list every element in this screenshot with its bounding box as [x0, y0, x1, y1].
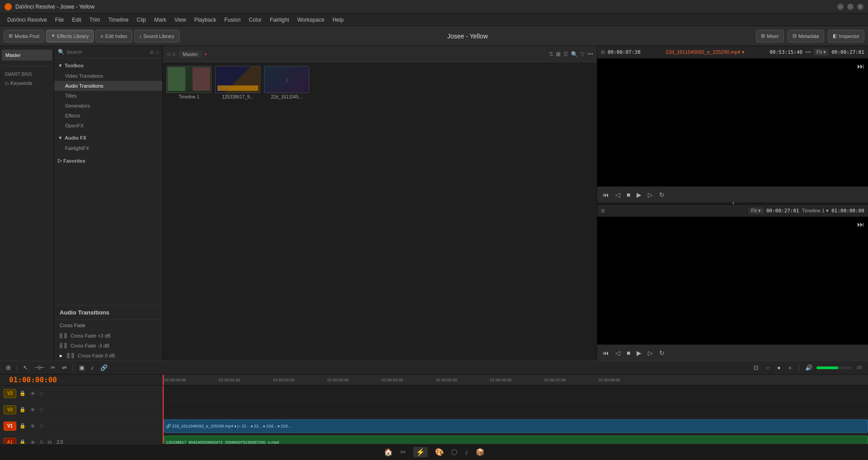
search-icon-pool[interactable]: 🔍: [571, 51, 578, 57]
trim-tool[interactable]: ⊣⊢: [32, 363, 47, 372]
skip-end-btn[interactable]: ⏭: [857, 62, 864, 70]
stop-btn[interactable]: ■: [625, 190, 632, 199]
skip-start-btn[interactable]: ⏮: [601, 190, 611, 199]
menu-fusion[interactable]: Fusion: [221, 15, 244, 24]
menu-davinci[interactable]: DaVinci Resolve: [4, 15, 51, 24]
cut-tool[interactable]: ✂: [48, 363, 58, 372]
dock-icon-5[interactable]: ⬡: [451, 448, 458, 456]
track-lock-v2[interactable]: 🔒: [18, 406, 27, 413]
menu-file[interactable]: File: [52, 15, 67, 24]
effects-item[interactable]: Effects: [54, 111, 162, 121]
sound-library-button[interactable]: ♪ Sound Library: [134, 30, 179, 42]
zoom-fit-btn[interactable]: ⊡: [751, 363, 761, 372]
list-view-icon[interactable]: ☰: [563, 51, 568, 57]
at-crossfade-minus3[interactable]: Cross Fade -3 dB: [54, 341, 162, 351]
toolbox-header[interactable]: ▼ Toolbox: [54, 60, 162, 71]
track-label-v1[interactable]: V1: [4, 422, 16, 431]
zoom-in-btn[interactable]: ＋: [785, 363, 795, 373]
effects-library-button[interactable]: ✦ Effects Library: [46, 30, 94, 42]
dock-icon-2[interactable]: ✂: [400, 448, 406, 456]
menu-help[interactable]: Help: [329, 15, 347, 24]
track-view-v2[interactable]: 👁: [29, 407, 37, 413]
video-transitions-item[interactable]: Video Transitions: [54, 71, 162, 81]
audio-transitions-item[interactable]: Audio Transitions: [54, 81, 162, 91]
dock-icon-7[interactable]: 📦: [476, 448, 485, 456]
menu-view[interactable]: View: [171, 15, 190, 24]
at-crossfade-plus3[interactable]: Cross Fade +3 dB: [54, 331, 162, 341]
program-mode-icon[interactable]: ⊞: [601, 208, 605, 214]
menu-playback[interactable]: Playback: [190, 15, 220, 24]
track-lock-v3[interactable]: 🔒: [18, 390, 27, 397]
monitor-mode-icon[interactable]: ⊞: [601, 49, 605, 55]
menu-fairlight[interactable]: Fairlight: [266, 15, 293, 24]
volume-slider[interactable]: [816, 366, 853, 369]
dock-icon-6[interactable]: ♪: [465, 448, 468, 456]
dock-icon-1[interactable]: 🏠: [384, 448, 393, 456]
audio-icon[interactable]: 🔊: [803, 363, 815, 372]
sidebar-keywords[interactable]: ▷ Keywords: [2, 79, 52, 88]
close-button[interactable]: ✕: [857, 4, 863, 10]
menu-trim[interactable]: Trim: [86, 15, 104, 24]
search-input[interactable]: [66, 49, 148, 55]
list-item[interactable]: 125338617_9...: [215, 66, 260, 99]
video-only-btn[interactable]: ▣: [77, 363, 87, 372]
record-icon[interactable]: ●: [204, 52, 207, 56]
sort-icon[interactable]: ⇅: [549, 51, 553, 57]
more-options[interactable]: •••: [805, 49, 811, 56]
more-icon[interactable]: •••: [587, 51, 593, 57]
play-btn[interactable]: ▶: [635, 190, 643, 199]
menu-mark[interactable]: Mark: [151, 15, 170, 24]
fit-dropdown-2[interactable]: Fit ▾: [749, 207, 764, 214]
timeline-selector[interactable]: Timeline 1 ▾: [802, 208, 829, 214]
maximize-button[interactable]: □: [847, 4, 854, 10]
master-dropdown[interactable]: Master: [179, 51, 202, 58]
media-pool-button[interactable]: ⊞ Media Pool: [4, 30, 44, 42]
grid-view-icon[interactable]: ⊞: [556, 51, 561, 57]
video-clip-v1[interactable]: 🔗 22d_1611045092_e_225290.mp4 ♦ ▷ 22... …: [164, 419, 868, 433]
timeline-tool-1[interactable]: ⊞: [4, 363, 13, 372]
menu-clip[interactable]: Clip: [133, 15, 150, 24]
loop-btn[interactable]: ↻: [657, 190, 666, 199]
select-tool[interactable]: ↖: [21, 363, 30, 372]
menu-color[interactable]: Color: [245, 15, 265, 24]
track-collapse-v3[interactable]: □: [38, 390, 44, 397]
dock-icon-3[interactable]: ⚡: [413, 447, 428, 457]
link-btn[interactable]: 🔗: [98, 363, 110, 372]
track-collapse-v2[interactable]: □: [38, 407, 44, 413]
fairlightfx-item[interactable]: FairlightFX: [54, 143, 162, 153]
track-collapse-v1[interactable]: □: [38, 423, 44, 429]
mixer-button[interactable]: ⊞ Mixer: [756, 30, 784, 42]
slip-tool[interactable]: ⇌: [60, 363, 69, 372]
dock-icon-4[interactable]: 🎨: [435, 448, 444, 456]
list-item[interactable]: Timeline 1: [166, 66, 212, 99]
metadata-button[interactable]: ⊟ Metadata: [788, 30, 824, 42]
prog-loop-btn[interactable]: ↻: [657, 348, 666, 357]
generators-item[interactable]: Generators: [54, 101, 162, 111]
edit-index-button[interactable]: ≡ Edit Index: [95, 30, 132, 42]
timeline-ruler[interactable]: 01:00:00:00 01:00:01:00 01:00:02:00 01:0…: [163, 375, 868, 385]
track-view-v1[interactable]: 👁: [29, 423, 37, 429]
fit-dropdown[interactable]: Fit ▾: [814, 49, 829, 56]
sidebar-master[interactable]: Master: [2, 50, 52, 61]
audio-only-btn[interactable]: ♪: [89, 363, 96, 372]
zoom-slider[interactable]: ●: [775, 363, 783, 372]
favorites-header[interactable]: ▷ Favorites: [54, 155, 162, 166]
prog-prev-frame-btn[interactable]: ◁: [613, 348, 622, 357]
track-view-v3[interactable]: 👁: [29, 390, 37, 397]
zoom-out-btn[interactable]: －: [763, 363, 773, 373]
prog-play-btn[interactable]: ▶: [635, 348, 643, 357]
back-icon[interactable]: ◁: [166, 51, 170, 57]
minimize-button[interactable]: —: [837, 4, 844, 10]
menu-workspace[interactable]: Workspace: [294, 15, 328, 24]
menu-timeline[interactable]: Timeline: [104, 15, 132, 24]
timeline-scrubber[interactable]: [597, 202, 868, 204]
next-frame-btn[interactable]: ▷: [646, 190, 655, 199]
audio-fx-header[interactable]: ▼ Audio FX: [54, 132, 162, 143]
at-crossfade-0[interactable]: ▶ Cross Fade 0 dB: [54, 351, 162, 361]
openfx-item[interactable]: OpenFX: [54, 121, 162, 131]
track-lock-v1[interactable]: 🔒: [18, 422, 27, 429]
prog-skip-start-btn[interactable]: ⏮: [601, 348, 611, 357]
prog-stop-btn[interactable]: ■: [625, 348, 632, 357]
forward-icon[interactable]: ▷: [173, 51, 176, 57]
prog-next-frame-btn[interactable]: ▷: [646, 348, 655, 357]
